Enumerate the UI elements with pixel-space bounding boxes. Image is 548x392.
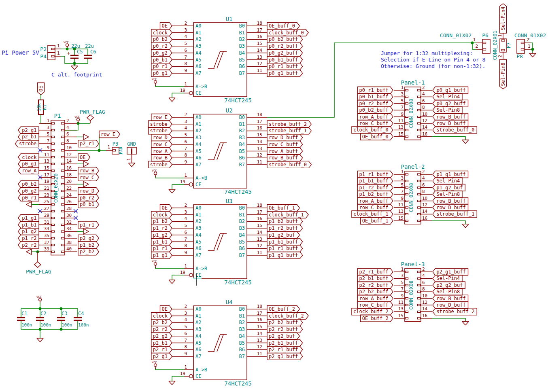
net-label-p2_r1[interactable]: p2_r1: [151, 346, 172, 353]
net-label-p2_r2[interactable]: p2_r2: [151, 326, 172, 333]
net-label-p0_r1[interactable]: p0_r1: [18, 194, 39, 201]
net-label-p1_r2_buff[interactable]: p1_r2_buff: [267, 225, 303, 232]
net-label-Sel-Pin4[interactable]: Sel-Pin4: [500, 4, 507, 33]
net-label-p2_r2_buff[interactable]: p2_r2_buff: [267, 326, 303, 333]
net-label-p1_g1_buff[interactable]: p1_g1_buff: [433, 171, 468, 178]
gnd-symbol[interactable]: [169, 98, 175, 102]
ic-u1[interactable]: U174HCT2452A0OE3A1clock4A2p0_b25A3p0_r26…: [151, 16, 308, 104]
net-label-p1_b1[interactable]: p1_b1: [18, 221, 39, 228]
decoupling-section[interactable]: VCCC1100nC2100nC3100nC4100n: [17, 295, 89, 342]
net-label-Sel-Pin8[interactable]: Sel-Pin8: [433, 107, 462, 114]
gnd-symbol[interactable]: [169, 381, 175, 385]
net-label-OE_buff_2[interactable]: OE_buff_2: [361, 315, 393, 322]
net-label-p2_r2_buff[interactable]: p2_r2_buff: [358, 282, 393, 288]
net-label-strobe_buff_1[interactable]: strobe_buff_1: [267, 127, 311, 134]
ic-u2[interactable]: U274HCT2452A0row_E3A1strobe4A2strobe5A3r…: [149, 107, 312, 195]
net-label-clock_buff_0[interactable]: clock_buff_0: [352, 127, 393, 133]
net-label-p0_r1[interactable]: p0_r1: [151, 63, 172, 70]
net-label-p2_b1_buff[interactable]: p2_b1_buff: [358, 275, 393, 282]
net-label-clock_buff_0[interactable]: clock_buff_0: [267, 29, 308, 36]
net-label-OE[interactable]: OE: [160, 23, 172, 30]
net-label-p1_g2_buf[interactable]: p1_g2_buf: [433, 184, 465, 191]
connector-panel-3[interactable]: Panel-3CONN_02X0812p2_r1_buffp2_g1_buff3…: [352, 261, 477, 325]
net-label-strobe_buff_1[interactable]: strobe_buff_1: [433, 211, 477, 218]
gnd-symbol[interactable]: [83, 134, 89, 140]
wire[interactable]: [432, 221, 465, 224]
net-label-p2_g2[interactable]: p2_g2: [151, 333, 172, 339]
connector-panel-1[interactable]: Panel-1CONN_02X0812p0_r1_buffp0_g1_buff3…: [352, 79, 477, 144]
net-label-p1_b1[interactable]: p1_b1: [151, 238, 172, 245]
schematic-svg[interactable]: Pi Power 5VC alt. footprintP2P411VCC+22u…: [0, 0, 548, 392]
net-label-row_B_buff[interactable]: row_B_buff: [433, 113, 468, 120]
gnd-symbol[interactable]: [83, 229, 89, 234]
gnd-symbol[interactable]: [26, 249, 32, 254]
net-label-p0_g2_buff[interactable]: p0_g2_buff: [433, 100, 468, 107]
net-label-strobe_buff_0[interactable]: strobe_buff_0: [267, 161, 311, 168]
jumper-section[interactable]: Jumper for 1:32 multiplexing:Selection i…: [381, 4, 546, 89]
gnd-symbol[interactable]: [169, 189, 175, 193]
vcc-symbol[interactable]: VCC: [74, 115, 80, 123]
net-label-p1_b2_buff[interactable]: p1_b2_buff: [267, 218, 303, 225]
net-label-row_B[interactable]: row_B: [151, 155, 172, 161]
net-label-row_C[interactable]: row_C: [151, 141, 172, 148]
gnd-symbol[interactable]: [37, 338, 43, 342]
net-label-row_C_buff[interactable]: row_C_buff: [358, 302, 393, 309]
net-label-strobe[interactable]: strobe: [15, 140, 39, 147]
net-label-OE[interactable]: OE: [160, 306, 172, 313]
net-label-row_E[interactable]: row_E: [99, 131, 120, 138]
net-label-strobe[interactable]: strobe: [149, 121, 172, 127]
net-label-row_C_buff[interactable]: row_C_buff: [358, 204, 393, 211]
net-label-Sel-Pin4[interactable]: Sel-Pin4: [433, 93, 462, 100]
net-label-p2_b1[interactable]: p2_b1: [151, 339, 172, 346]
net-label-OE_buff_0[interactable]: OE_buff_0: [361, 133, 393, 140]
net-label-p0_r1_buff[interactable]: p0_r1_buff: [358, 87, 393, 94]
net-label-p0_b1_buff[interactable]: p0_b1_buff: [358, 93, 393, 100]
net-label-row_E[interactable]: row_E: [151, 114, 172, 121]
net-label-p1_g1_buff[interactable]: p1_g1_buff: [267, 252, 303, 259]
net-label-clock[interactable]: clock: [151, 29, 172, 36]
net-label-p1_b2_buff[interactable]: p1_b2_buff: [358, 191, 393, 198]
net-label-OE_buff_1[interactable]: OE_buff_1: [361, 217, 393, 224]
gnd-symbol[interactable]: [462, 322, 469, 325]
net-label-p2_g1_buff[interactable]: p2_g1_buff: [267, 353, 303, 360]
net-label-p0_r2[interactable]: p0_r2: [151, 43, 172, 50]
pullup-r1[interactable]: OE10kR1: [36, 83, 51, 124]
vcc-symbol[interactable]: VCC: [36, 295, 42, 303]
net-label-row_D_buff[interactable]: row_D_buff: [433, 204, 468, 211]
power-input-section[interactable]: Pi Power 5VC alt. footprintP2P411VCC+22u…: [2, 41, 102, 78]
net-label-p0_g2[interactable]: p0_g2: [18, 188, 39, 195]
net-label-p1_r1_buff[interactable]: p1_r1_buff: [267, 245, 303, 252]
net-label-p1_b1_buff[interactable]: p1_b1_buff: [358, 178, 393, 184]
net-label-p0_g1[interactable]: p0_g1: [18, 161, 39, 167]
net-label-row_D_buff[interactable]: row_D_buff: [433, 302, 468, 309]
net-label-row_D_buff[interactable]: row_D_buff: [267, 134, 303, 141]
net-label-p2_r1[interactable]: p2_r1: [78, 140, 99, 147]
net-label-p1_b2[interactable]: p1_b2: [78, 242, 99, 248]
pwr-flag-symbol[interactable]: PWR_FLAG: [26, 252, 51, 275]
net-label-row_C_buff[interactable]: row_C_buff: [358, 120, 393, 127]
net-label-p1_r1[interactable]: p1_r1: [151, 245, 172, 252]
gnd-symbol[interactable]: [129, 163, 135, 167]
net-label-row_B_buff[interactable]: row_B_buff: [433, 197, 468, 204]
wire[interactable]: [432, 318, 465, 322]
connector-panel-2[interactable]: Panel-2CONN_02X0812p1_r1_buffp1_g1_buff3…: [352, 163, 477, 228]
vcc-symbol[interactable]: VCC: [64, 41, 69, 49]
net-label-strobe_buff_2[interactable]: strobe_buff_2: [433, 308, 477, 315]
net-label-p0_b2[interactable]: p0_b2: [18, 181, 39, 188]
net-label-p0_r2_buff[interactable]: p0_r2_buff: [267, 43, 303, 50]
net-label-strobe[interactable]: strobe: [149, 161, 172, 168]
vcc-symbol[interactable]: VCC: [152, 169, 157, 177]
wire[interactable]: [155, 85, 184, 87]
net-label-OE_buff_0[interactable]: OE_buff_0: [267, 23, 299, 30]
pwr-flag-symbol[interactable]: PWR_FLAG: [80, 109, 105, 123]
net-label-p2_g2_buf[interactable]: p2_g2_buf: [267, 333, 299, 339]
net-label-p0_r2_buff[interactable]: p0_r2_buff: [358, 100, 393, 107]
net-label-p2_r1_buff[interactable]: p2_r1_buff: [267, 346, 303, 353]
net-label-OE[interactable]: OE: [38, 83, 45, 95]
net-label-p0_g1_buff[interactable]: p0_g1_buff: [267, 70, 303, 76]
net-label-p0_b1_buff[interactable]: p0_b1_buff: [267, 56, 303, 63]
net-label-Sel-Pin4[interactable]: Sel-Pin4: [433, 275, 462, 282]
net-label-row_A_buff[interactable]: row_A_buff: [267, 148, 303, 155]
gnd-symbol[interactable]: [462, 224, 469, 228]
net-label-row_D[interactable]: row_D: [78, 188, 99, 195]
